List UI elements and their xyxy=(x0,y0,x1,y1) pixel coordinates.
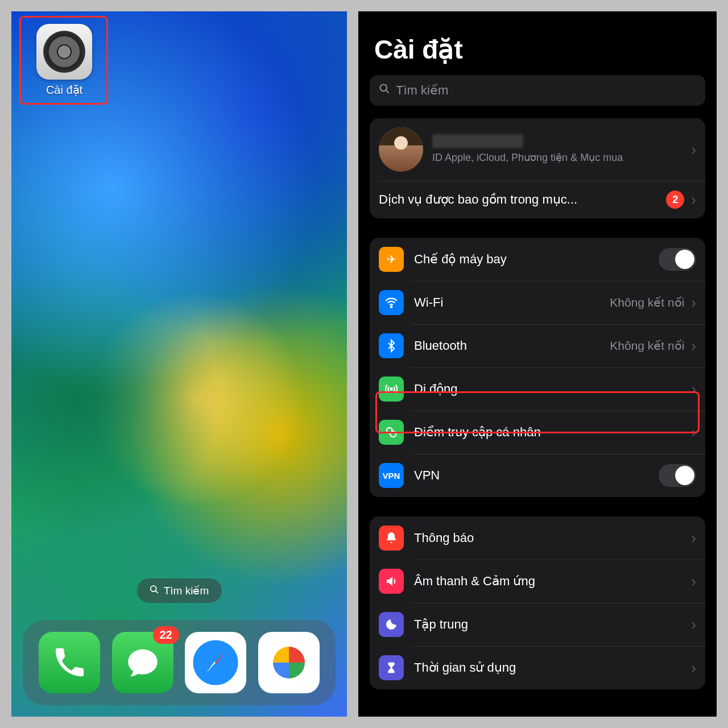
screentime-label: Thời gian sử dụng xyxy=(414,660,516,675)
phone-app[interactable] xyxy=(39,632,100,693)
hourglass-icon xyxy=(379,655,404,680)
bluetooth-status: Không kết nối xyxy=(610,339,684,353)
airplane-icon: ✈ xyxy=(379,247,404,272)
chevron-right-icon: › xyxy=(691,660,696,675)
vpn-icon: VPN xyxy=(379,463,404,488)
messages-badge: 22 xyxy=(153,626,179,644)
hotspot-label: Điểm truy cập cá nhân xyxy=(414,425,541,440)
bell-icon xyxy=(379,526,404,551)
svg-point-9 xyxy=(390,388,392,390)
antenna-icon xyxy=(379,377,404,402)
airplane-label: Chế độ máy bay xyxy=(414,252,507,267)
svg-line-7 xyxy=(386,90,389,93)
search-input[interactable]: Tìm kiếm xyxy=(370,75,705,106)
chevron-right-icon: › xyxy=(691,338,696,353)
moon-icon xyxy=(379,612,404,637)
cellular-label: Di động xyxy=(414,382,458,396)
hotspot-row[interactable]: Điểm truy cập cá nhân › xyxy=(370,411,705,454)
home-search-pill[interactable]: Tìm kiếm xyxy=(137,578,222,603)
wifi-row[interactable]: Wi-Fi Không kết nối › xyxy=(370,281,705,324)
search-icon xyxy=(379,83,390,98)
profile-subtitle: ID Apple, iCloud, Phương tiện & Mục mua xyxy=(432,151,684,164)
cellular-row[interactable]: Di động › xyxy=(370,367,705,411)
bluetooth-row[interactable]: Bluetooth Không kết nối › xyxy=(370,324,705,367)
speaker-icon xyxy=(379,569,404,594)
focus-label: Tập trung xyxy=(414,617,468,632)
profile-name-redacted xyxy=(432,134,523,148)
apple-id-row[interactable]: ID Apple, iCloud, Phương tiện & Mục mua … xyxy=(370,118,705,181)
chevron-right-icon: › xyxy=(691,617,696,632)
subscription-badge: 2 xyxy=(666,191,684,209)
profile-group: ID Apple, iCloud, Phương tiện & Mục mua … xyxy=(370,118,705,218)
safari-app[interactable] xyxy=(185,632,246,693)
vpn-label: VPN xyxy=(414,468,440,483)
airplane-switch[interactable] xyxy=(659,248,696,271)
chevron-right-icon: › xyxy=(691,531,696,545)
google-photos-app[interactable] xyxy=(258,632,320,693)
messages-app[interactable]: 22 xyxy=(112,632,173,693)
svg-point-8 xyxy=(391,306,392,308)
avatar xyxy=(379,127,423,172)
notifications-row[interactable]: Thông báo › xyxy=(370,516,705,560)
svg-line-1 xyxy=(156,590,158,593)
wifi-icon xyxy=(379,290,404,315)
sounds-label: Âm thanh & Cảm ứng xyxy=(414,574,535,589)
chevron-right-icon: › xyxy=(691,425,696,440)
home-search-label: Tìm kiếm xyxy=(164,584,209,597)
focus-row[interactable]: Tập trung › xyxy=(370,603,705,646)
chevron-right-icon: › xyxy=(691,382,696,396)
settings-app[interactable]: Cài đặt xyxy=(27,24,101,97)
page-title: Cài đặt xyxy=(374,34,705,65)
sounds-row[interactable]: Âm thanh & Cảm ứng › xyxy=(370,560,705,603)
home-screen: Cài đặt Tìm kiếm 22 xyxy=(11,11,347,717)
svg-point-0 xyxy=(151,586,156,592)
bluetooth-label: Bluetooth xyxy=(414,338,467,353)
chevron-right-icon: › xyxy=(691,192,696,207)
svg-point-11 xyxy=(390,431,396,437)
screentime-row[interactable]: Thời gian sử dụng › xyxy=(370,646,705,689)
hotspot-icon xyxy=(379,420,404,445)
dock: 22 xyxy=(23,620,336,705)
notifications-label: Thông báo xyxy=(414,531,474,545)
wifi-label: Wi-Fi xyxy=(414,295,443,310)
settings-app-icon xyxy=(36,24,92,80)
bluetooth-icon xyxy=(379,333,404,358)
search-icon xyxy=(150,585,159,597)
chevron-right-icon: › xyxy=(691,574,696,589)
vpn-row[interactable]: VPN VPN xyxy=(370,454,705,497)
connectivity-group: ✈ Chế độ máy bay Wi-Fi Không kết nối › B… xyxy=(370,238,705,497)
search-placeholder: Tìm kiếm xyxy=(396,83,448,98)
settings-screen: Cài đặt Tìm kiếm ID Apple, iCloud, Phươn… xyxy=(358,11,717,717)
svg-point-6 xyxy=(380,85,387,92)
chevron-right-icon: › xyxy=(691,142,696,157)
vpn-switch[interactable] xyxy=(659,464,696,487)
settings-app-label: Cài đặt xyxy=(46,83,82,97)
subscription-label: Dịch vụ được bao gồm trong mục... xyxy=(379,192,666,207)
airplane-mode-row[interactable]: ✈ Chế độ máy bay xyxy=(370,238,705,281)
wifi-status: Không kết nối xyxy=(610,296,684,309)
general-group: Thông báo › Âm thanh & Cảm ứng › Tập tru… xyxy=(370,516,705,689)
chevron-right-icon: › xyxy=(691,295,696,310)
subscription-row[interactable]: Dịch vụ được bao gồm trong mục... 2 › xyxy=(370,181,705,218)
